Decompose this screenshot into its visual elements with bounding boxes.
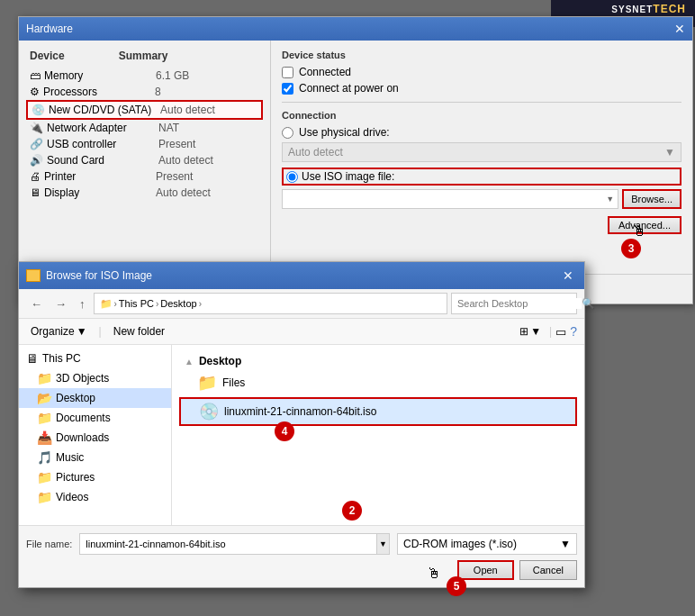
- device-name-processors: Processors: [43, 86, 151, 98]
- sidebar-tree: 🖥 This PC 📁 3D Objects 📂 Desktop 📁 Docum…: [19, 345, 172, 525]
- advanced-button[interactable]: Advanced...: [608, 216, 681, 234]
- iso-dropdown-arrow[interactable]: ▼: [602, 195, 618, 204]
- sidebar-item-downloads[interactable]: 📥 Downloads: [19, 428, 171, 448]
- sidebar-item-desktop[interactable]: 📂 Desktop: [19, 388, 171, 408]
- documents-icon: 📁: [37, 411, 52, 425]
- desktop-icon: 📂: [37, 391, 52, 405]
- search-bar[interactable]: 🔍: [451, 293, 577, 314]
- search-icon: 🔍: [582, 297, 595, 310]
- device-name-network: Network Adapter: [47, 122, 155, 134]
- auto-detect-dropdown[interactable]: Auto detect ▼: [282, 142, 681, 162]
- filename-row: File name: ▼ CD-ROM images (*.iso) ▼: [26, 533, 577, 555]
- device-row-display[interactable]: 🖥 Display Auto detect: [26, 185, 263, 201]
- filetype-value: CD-ROM images (*.iso): [403, 538, 517, 550]
- forward-button[interactable]: →: [50, 294, 71, 313]
- organize-button[interactable]: Organize ▼: [26, 322, 92, 340]
- filename-label: File name:: [26, 539, 72, 549]
- up-button[interactable]: ↑: [75, 294, 90, 313]
- view-button[interactable]: ⊞ ▼: [515, 322, 546, 340]
- device-row-memory[interactable]: 🗃 Memory 6.1 GB: [26, 68, 263, 84]
- filename-input[interactable]: [80, 539, 376, 549]
- sidebar-item-thispc[interactable]: 🖥 This PC: [19, 349, 171, 368]
- toolbar: Organize ▼ | New folder ⊞ ▼ | ▭ ?: [19, 319, 584, 345]
- iso-input-row: ▼ Browse...: [282, 189, 681, 209]
- filename-input-wrap[interactable]: ▼: [79, 533, 390, 555]
- videos-label: Videos: [56, 491, 88, 503]
- iso-input-container[interactable]: ▼: [282, 189, 618, 209]
- file-item-iso[interactable]: 💿 linuxmint-21-cinnamon-64bit.iso: [179, 397, 577, 426]
- device-row-usb[interactable]: 🔗 USB controller Present: [26, 136, 263, 152]
- new-folder-label: New folder: [113, 325, 165, 338]
- documents-label: Documents: [56, 412, 111, 424]
- device-summary-processors: 8: [155, 86, 161, 98]
- browse-close-button[interactable]: ✕: [559, 267, 577, 285]
- hardware-close-button[interactable]: ✕: [674, 22, 685, 36]
- dropdown-arrow-icon: ▼: [664, 146, 675, 159]
- connected-checkbox[interactable]: [282, 67, 293, 78]
- sidebar-item-pictures[interactable]: 📁 Pictures: [19, 467, 171, 487]
- device-name-usb: USB controller: [47, 138, 155, 150]
- device-row-soundcard[interactable]: 🔊 Sound Card Auto detect: [26, 152, 263, 168]
- toolbar-separator: |: [99, 325, 102, 338]
- help-button[interactable]: ?: [570, 324, 577, 339]
- device-name-printer: Printer: [44, 170, 152, 183]
- device-summary-printer: Present: [156, 170, 193, 183]
- desktop-label: Desktop: [56, 392, 95, 404]
- device-summary-display: Auto detect: [156, 186, 211, 199]
- sidebar-item-documents[interactable]: 📁 Documents: [19, 408, 171, 428]
- advanced-row: Advanced...: [282, 214, 681, 234]
- browse-dialog-title: Browse for ISO Image: [46, 269, 152, 282]
- connect-power-label: Connect at power on: [299, 82, 399, 95]
- memory-icon: 🗃: [30, 69, 41, 82]
- use-iso-label: Use ISO image file:: [302, 170, 394, 183]
- filetype-select[interactable]: CD-ROM images (*.iso) ▼: [397, 533, 577, 555]
- device-row-processors[interactable]: ⚙ Processors 8: [26, 84, 263, 100]
- device-summary-soundcard: Auto detect: [158, 154, 213, 167]
- breadcrumb-this-pc[interactable]: This PC: [119, 298, 154, 309]
- downloads-label: Downloads: [56, 431, 109, 444]
- browse-folder-icon: [26, 269, 41, 282]
- breadcrumb-desktop[interactable]: Desktop: [160, 298, 196, 309]
- breadcrumb-bar[interactable]: 📁 › This PC › Desktop ›: [94, 293, 448, 314]
- device-row-network[interactable]: 🔌 Network Adapter NAT: [26, 120, 263, 136]
- toolbar-right: ⊞ ▼ | ▭ ?: [515, 322, 577, 340]
- thispc-label: This PC: [42, 352, 81, 365]
- sidebar-item-music[interactable]: 🎵 Music: [19, 448, 171, 467]
- browse-dialog: Browse for ISO Image ✕ ← → ↑ 📁 › This PC…: [18, 261, 585, 588]
- toolbar-sep2: |: [549, 325, 552, 338]
- connect-power-row: Connect at power on: [282, 82, 681, 95]
- sidebar-item-3dobjects[interactable]: 📁 3D Objects: [19, 368, 171, 388]
- use-iso-radio[interactable]: [286, 171, 298, 183]
- browse-titlebar: Browse for ISO Image ✕: [19, 262, 584, 289]
- connected-row: Connected: [282, 66, 681, 78]
- device-name-display: Display: [44, 186, 152, 199]
- 3dobjects-label: 3D Objects: [56, 372, 109, 385]
- cancel-button[interactable]: Cancel: [519, 560, 577, 580]
- file-item-files-folder[interactable]: 📁 Files: [179, 370, 577, 395]
- use-physical-radio[interactable]: [282, 127, 293, 139]
- sidebar-item-videos[interactable]: 📁 Videos: [19, 487, 171, 507]
- use-physical-label: Use physical drive:: [299, 126, 390, 139]
- music-label: Music: [56, 451, 84, 464]
- device-row-printer[interactable]: 🖨 Printer Present: [26, 168, 263, 185]
- browse-button[interactable]: Browse...: [622, 189, 681, 209]
- filetype-arrow-icon: ▼: [560, 538, 571, 550]
- connect-power-checkbox[interactable]: [282, 83, 293, 95]
- filename-dropdown-arrow[interactable]: ▼: [376, 534, 389, 554]
- processor-icon: ⚙: [30, 86, 40, 98]
- open-button[interactable]: Open: [457, 560, 514, 580]
- preview-button[interactable]: ▭: [555, 325, 566, 339]
- back-button[interactable]: ←: [26, 294, 47, 313]
- organize-arrow-icon: ▼: [77, 325, 87, 338]
- breadcrumb-arrow3: ›: [199, 299, 202, 309]
- breadcrumb-pc[interactable]: 📁: [100, 298, 113, 310]
- device-row-cdvd[interactable]: 💿 New CD/DVD (SATA) Auto detect: [26, 100, 263, 120]
- desktop-group: ▲ Desktop 📁 Files: [179, 352, 577, 395]
- search-input[interactable]: [457, 298, 582, 309]
- thispc-icon: 🖥: [26, 351, 39, 366]
- dialog-buttons: Open Cancel: [26, 560, 577, 580]
- file-dialog-bottom: File name: ▼ CD-ROM images (*.iso) ▼ Ope…: [19, 525, 584, 587]
- breadcrumb-arrow1: ›: [114, 299, 117, 309]
- new-folder-button[interactable]: New folder: [109, 322, 169, 340]
- file-browser: 🖥 This PC 📁 3D Objects 📂 Desktop 📁 Docum…: [19, 345, 584, 525]
